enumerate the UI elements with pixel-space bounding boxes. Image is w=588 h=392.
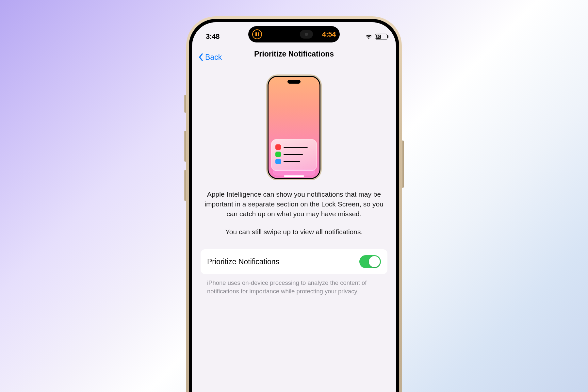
battery-icon: 30 [375, 34, 387, 40]
feature-description-secondary: You can still swipe up to view all notif… [201, 227, 387, 237]
phone-bezel: 3:48 4:54 30 [189, 19, 399, 392]
status-indicators: 30 [365, 34, 387, 40]
chevron-left-icon [199, 53, 203, 61]
mini-phone-illustration [266, 74, 322, 180]
dynamic-island[interactable]: 4:54 [248, 26, 340, 42]
phone-side-button [184, 131, 186, 162]
phone-screen: 3:48 4:54 30 [192, 22, 396, 392]
pause-icon [252, 29, 262, 39]
status-time: 3:48 [206, 32, 220, 41]
prioritize-notifications-switch[interactable] [359, 255, 381, 268]
camera-lens-icon [300, 30, 313, 39]
hero-illustration [201, 74, 387, 180]
feature-description: Apple Intelligence can show you notifica… [201, 189, 387, 219]
back-button-label: Back [205, 53, 222, 62]
content-area: Apple Intelligence can show you notifica… [192, 66, 396, 296]
setting-footer-text: iPhone uses on-device processing to anal… [201, 279, 387, 296]
phone-side-button [184, 170, 186, 201]
page-title: Prioritize Notifications [254, 50, 334, 58]
setting-label: Prioritize Notifications [207, 257, 279, 266]
battery-percentage: 30 [376, 35, 381, 39]
status-bar: 3:48 4:54 30 [192, 22, 396, 48]
back-button[interactable]: Back [199, 53, 222, 62]
phone-frame: 3:48 4:54 30 [186, 16, 402, 392]
navigation-bar: Back Prioritize Notifications [192, 48, 396, 66]
prioritize-notifications-toggle-row: Prioritize Notifications [201, 249, 387, 274]
wifi-icon [365, 34, 372, 39]
phone-side-button [184, 95, 186, 113]
phone-side-button [402, 140, 404, 188]
dynamic-island-timer: 4:54 [322, 30, 336, 39]
